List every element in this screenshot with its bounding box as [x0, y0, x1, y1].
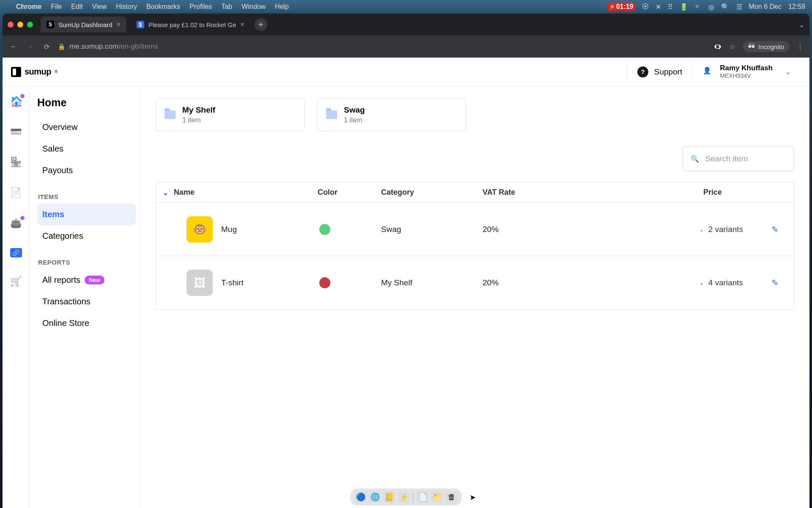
menubar-date[interactable]: Mon 6 Dec	[749, 3, 782, 11]
sidebar-item-categories[interactable]: Categories	[37, 225, 136, 247]
incognito-badge[interactable]: 🕶Incognito	[743, 41, 789, 52]
account-menu[interactable]: 👤 Ramy Khuffash MEXH934V ⌄	[692, 64, 801, 80]
chrome-menu-icon[interactable]: ⋮	[797, 43, 804, 51]
address-bar[interactable]: 🔒 me.sumup.com/en-gb/items	[58, 42, 707, 51]
menubar-edit[interactable]: Edit	[71, 3, 83, 11]
rail-cart-icon[interactable]	[10, 276, 22, 288]
table-row[interactable]: 🖼 T-shirt My Shelf 20% ⌄4 variants ✎	[156, 256, 794, 309]
sidebar-item-online-store[interactable]: Online Store	[37, 312, 136, 334]
th-vat[interactable]: VAT Rate	[483, 188, 643, 197]
sidebar-title: Home	[37, 97, 136, 109]
tab-close-icon[interactable]: ×	[117, 21, 121, 28]
user-name: Ramy Khuffash	[720, 64, 773, 72]
nav-forward-button[interactable]: →	[25, 41, 36, 52]
th-color[interactable]: Color	[318, 188, 381, 197]
color-swatch	[319, 224, 330, 235]
dock-trash-icon[interactable]: 🗑	[446, 491, 458, 503]
menubar-spotlight-icon[interactable]: 🔍	[721, 3, 730, 11]
folder-name: Swag	[344, 105, 365, 115]
bookmark-star-icon[interactable]: ☆	[730, 43, 735, 51]
menubar-battery-badge[interactable]: 01:19	[607, 3, 635, 11]
mouse-cursor: ➤	[469, 493, 476, 502]
edit-icon[interactable]: ✎	[756, 224, 794, 235]
menubar-status-icon-1[interactable]: ⦿	[642, 3, 649, 11]
incognito-icon: 🕶	[748, 43, 755, 50]
rail-wallet-icon[interactable]	[10, 126, 22, 138]
variants-label: 2 variants	[708, 225, 743, 234]
dock-doc-icon[interactable]: 📄	[417, 491, 429, 503]
table-row[interactable]: 🐵 Mug Swag 20% ⌄2 variants ✎	[156, 203, 794, 256]
th-price[interactable]: Price	[643, 188, 756, 197]
brand-logo[interactable]: sumup®	[11, 67, 58, 77]
folder-card[interactable]: My Shelf 1 item	[156, 98, 304, 131]
menubar-power-icon[interactable]: 🔋	[680, 3, 688, 11]
dock-finder-icon[interactable]: 🔵	[355, 491, 367, 503]
tab-title: SumUp Dashboard	[58, 21, 112, 28]
chrome-window: S SumUp Dashboard × $ Please pay £1.02 t…	[3, 14, 809, 508]
menubar-status-icon-3[interactable]: ⠿	[668, 3, 673, 11]
menubar-app[interactable]: Chrome	[16, 3, 41, 11]
sidebar: Home Overview Sales Payouts ITEMS Items …	[30, 86, 140, 508]
sidebar-item-items[interactable]: Items	[37, 204, 136, 225]
menubar-bookmarks[interactable]: Bookmarks	[146, 3, 180, 11]
items-table: ⌄ Name Color Category VAT Rate Price 🐵 M…	[156, 182, 794, 310]
edit-icon[interactable]: ✎	[756, 278, 794, 288]
item-category: Swag	[381, 225, 483, 234]
dock-chrome-icon[interactable]: 🌐	[369, 491, 381, 503]
rail-store-icon[interactable]	[10, 157, 22, 168]
content-area: My Shelf 1 item Swag 1 item 🔍	[140, 86, 809, 508]
menubar-view[interactable]: View	[92, 3, 107, 11]
tab-close-icon[interactable]: ×	[241, 21, 244, 28]
menubar-tab[interactable]: Tab	[221, 3, 232, 11]
chevron-down-icon: ⌄	[785, 68, 791, 76]
menubar-control-center-icon[interactable]: ☰	[736, 3, 742, 11]
rail-link-icon[interactable]: 🔗	[10, 248, 22, 257]
search-box[interactable]: 🔍	[683, 146, 794, 171]
new-tab-button[interactable]: +	[255, 18, 267, 31]
icon-rail: 🔗	[3, 86, 30, 508]
dock-app-icon[interactable]: ⚡	[398, 491, 410, 503]
menubar-clock[interactable]: 12:59	[788, 3, 805, 11]
price-variants-toggle[interactable]: ⌄4 variants	[643, 278, 756, 287]
folder-card[interactable]: Swag 1 item	[317, 98, 466, 131]
window-fullscreen-button[interactable]	[27, 22, 33, 28]
menubar-window[interactable]: Window	[241, 3, 266, 11]
menubar-user-icon[interactable]: ◎	[708, 3, 714, 11]
price-variants-toggle[interactable]: ⌄2 variants	[643, 225, 756, 234]
sidebar-item-overview[interactable]: Overview	[37, 116, 136, 138]
dock-folder-icon[interactable]: 📁	[431, 491, 443, 503]
sort-chevron-icon[interactable]: ⌄	[157, 188, 174, 197]
th-category[interactable]: Category	[381, 188, 483, 197]
menubar-status-icon-2[interactable]: ✕	[656, 3, 661, 11]
rail-document-icon[interactable]	[10, 187, 22, 199]
item-name: Mug	[221, 225, 237, 234]
sidebar-item-transactions[interactable]: Transactions	[37, 291, 136, 312]
sidebar-item-sales[interactable]: Sales	[37, 138, 136, 160]
dock-notes-icon[interactable]: 📒	[384, 491, 395, 503]
folder-icon	[326, 110, 337, 119]
menubar-history[interactable]: History	[116, 3, 137, 11]
menubar-help[interactable]: Help	[275, 3, 289, 11]
sidebar-item-payouts[interactable]: Payouts	[37, 160, 136, 181]
nav-back-button[interactable]: ←	[8, 41, 19, 52]
nav-reload-button[interactable]: ⟳	[42, 41, 51, 52]
rail-wallet2-icon[interactable]	[10, 218, 22, 229]
browser-tab[interactable]: $ Please pay £1.02 to Rocket Ge ×	[131, 17, 250, 33]
folder-icon	[165, 110, 176, 119]
tabs-dropdown-icon[interactable]: ⌄	[799, 21, 804, 29]
search-input[interactable]	[705, 154, 805, 163]
rail-home-icon[interactable]	[10, 96, 22, 108]
item-category: My Shelf	[381, 278, 483, 287]
window-close-button[interactable]	[8, 22, 14, 28]
window-controls	[8, 22, 33, 28]
th-name[interactable]: Name	[174, 188, 318, 197]
menubar-profiles[interactable]: Profiles	[189, 3, 212, 11]
support-button[interactable]: ? Support	[627, 64, 693, 80]
menubar-file[interactable]: File	[51, 3, 62, 11]
tracking-blocked-icon[interactable]: 👁‍🗨	[713, 43, 722, 51]
window-minimize-button[interactable]	[17, 22, 23, 28]
menubar-wifi-icon[interactable]: ᯤ	[695, 3, 702, 11]
browser-tab-active[interactable]: S SumUp Dashboard ×	[41, 17, 126, 33]
sidebar-item-all-reports[interactable]: All reports New	[37, 269, 136, 291]
sidebar-section-items: ITEMS	[38, 193, 136, 200]
